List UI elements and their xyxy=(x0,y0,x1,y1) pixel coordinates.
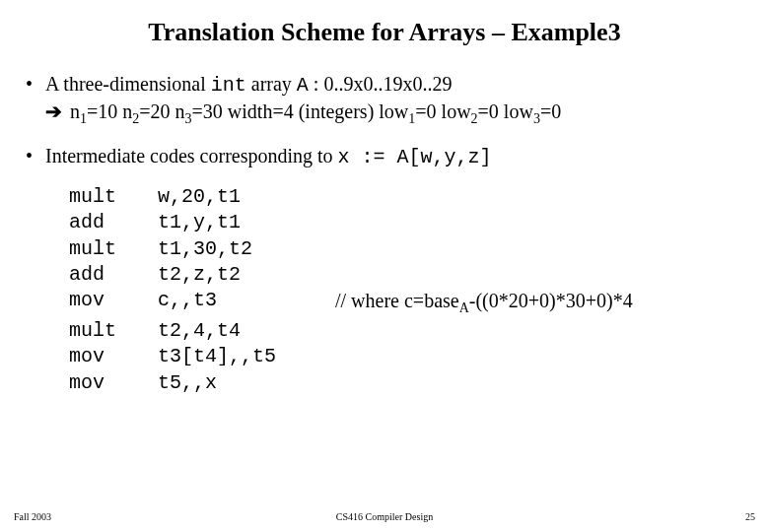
footer-left: Fall 2003 xyxy=(14,511,51,522)
bullet-marker: • xyxy=(20,71,45,99)
code-line: multt2,4,t4 xyxy=(69,318,749,344)
code-line: movc,,t3// where c=baseA-((0*20+0)*30+0)… xyxy=(69,288,749,317)
bullet-2: • Intermediate codes corresponding to x … xyxy=(20,143,749,170)
code-comment: // where c=baseA-((0*20+0)*30+0)*4 xyxy=(335,288,633,317)
code-line: addt1,y,t1 xyxy=(69,210,749,235)
code-line: multw,20,t1 xyxy=(69,184,749,210)
bullet-marker: • xyxy=(20,143,45,170)
bullet-1-line1: A three-dimensional int array A : 0..9x0… xyxy=(45,71,749,99)
footer: Fall 2003 CS416 Compiler Design 25 xyxy=(0,511,769,522)
code-line: multt1,30,t2 xyxy=(69,236,749,262)
code-line: movt5,,x xyxy=(69,370,749,396)
code-block: multw,20,t1 addt1,y,t1 multt1,30,t2 addt… xyxy=(20,184,749,396)
bullet-1: • A three-dimensional int array A : 0..9… xyxy=(20,71,749,129)
code-line: addt2,z,t2 xyxy=(69,262,749,288)
bullet-1-line2: ➔ n1=10 n2=20 n3=30 width=4 (integers) l… xyxy=(20,99,749,129)
code-line: movt3[t4],,t5 xyxy=(69,344,749,369)
slide-title: Translation Scheme for Arrays – Example3 xyxy=(20,18,749,47)
footer-right: 25 xyxy=(745,511,755,522)
bullet-2-text: Intermediate codes corresponding to x :=… xyxy=(45,143,749,170)
footer-center: CS416 Compiler Design xyxy=(336,511,433,522)
arrow-icon: ➔ xyxy=(45,99,62,129)
